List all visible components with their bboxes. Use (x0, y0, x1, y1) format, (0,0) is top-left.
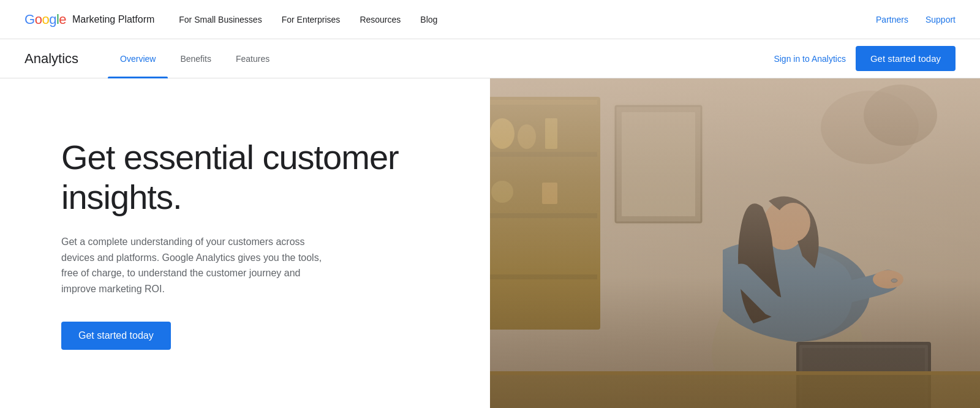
top-nav-right: Partners Support (876, 15, 956, 25)
sub-nav-right: Sign in to Analytics Get started today (774, 46, 956, 71)
logo-area[interactable]: Google Marketing Platform (24, 12, 154, 28)
tab-overview[interactable]: Overview (108, 39, 168, 78)
google-logo: Google (24, 12, 66, 28)
top-navigation: Google Marketing Platform For Small Busi… (0, 0, 980, 39)
tab-features[interactable]: Features (224, 39, 282, 78)
platform-name: Marketing Platform (72, 14, 154, 25)
hero-title: Get essential customer insights. (61, 138, 453, 217)
hero-image (441, 78, 980, 408)
nav-link-resources[interactable]: Resources (360, 15, 401, 25)
sign-in-link[interactable]: Sign in to Analytics (774, 54, 846, 64)
hero-description: Get a complete understanding of your cus… (61, 234, 331, 297)
sub-nav-brand: Analytics (24, 51, 78, 67)
hero-bg (441, 78, 980, 408)
hero-content: Get essential customer insights. Get a c… (0, 78, 490, 408)
nav-link-enterprises[interactable]: For Enterprises (282, 15, 341, 25)
tab-benefits[interactable]: Benefits (168, 39, 224, 78)
sub-navigation: Analytics Overview Benefits Features Sig… (0, 39, 980, 78)
shelf-background (441, 78, 980, 408)
get-started-button-header[interactable]: Get started today (856, 46, 956, 71)
get-started-button-hero[interactable]: Get started today (61, 322, 171, 350)
top-nav-links: For Small Businesses For Enterprises Res… (179, 15, 876, 25)
nav-link-support[interactable]: Support (925, 15, 956, 25)
sub-nav-links: Overview Benefits Features (108, 39, 774, 78)
nav-link-small-businesses[interactable]: For Small Businesses (179, 15, 262, 25)
nav-link-blog[interactable]: Blog (420, 15, 437, 25)
nav-link-partners[interactable]: Partners (876, 15, 908, 25)
hero-section: Get essential customer insights. Get a c… (0, 78, 980, 408)
